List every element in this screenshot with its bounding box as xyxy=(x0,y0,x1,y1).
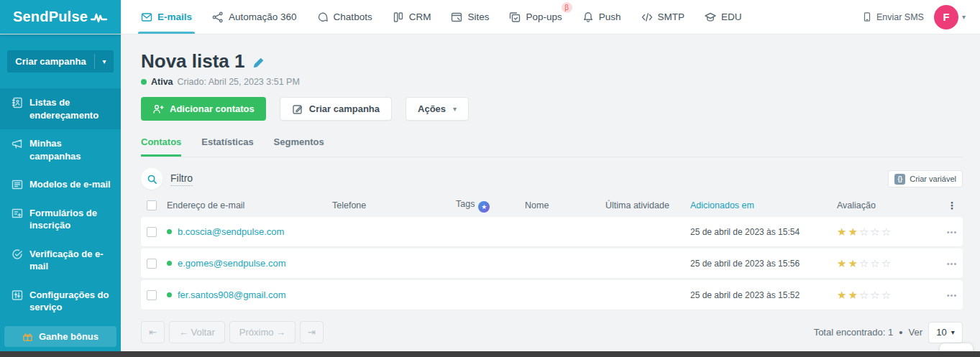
star-empty-icon[interactable]: ☆ xyxy=(870,226,881,238)
nav-emails[interactable]: E-mails xyxy=(141,0,192,34)
actions-dropdown-button[interactable]: Ações ▾ xyxy=(406,97,469,121)
nav-label: SMTP xyxy=(658,11,685,22)
contact-email-link[interactable]: e.gomes@sendpulse.com xyxy=(178,258,286,269)
nav-label: E-mails xyxy=(157,11,192,22)
sidebar-item-label: Configurações do serviço xyxy=(29,289,114,314)
star-empty-icon[interactable]: ☆ xyxy=(881,226,892,238)
create-campaign-split-button[interactable]: Criar campanha ▾ xyxy=(7,50,114,73)
create-variable-button[interactable]: {} Criar variável xyxy=(888,170,963,187)
star-empty-icon[interactable]: ☆ xyxy=(881,257,892,269)
logo-text: SendPulse xyxy=(13,9,88,25)
star-filled-icon[interactable]: ★ xyxy=(848,289,858,301)
pagination: ⇤ ← Voltar Próximo → ⇥ Total encontrado:… xyxy=(141,321,963,343)
nav-automation-360[interactable]: Automação 360 xyxy=(212,0,297,34)
select-all-checkbox[interactable] xyxy=(147,200,157,210)
sliders-icon xyxy=(12,289,23,301)
row-checkbox[interactable] xyxy=(147,290,157,300)
table-row[interactable]: e.gomes@sendpulse.com 25 de abril de 202… xyxy=(141,249,963,278)
chat-icon xyxy=(317,11,329,23)
email-cell: b.coscia@sendpulse.com xyxy=(167,226,332,237)
star-empty-icon[interactable]: ☆ xyxy=(870,289,881,301)
columns-settings-icon[interactable]: ⋮ xyxy=(941,200,963,211)
next-page-button[interactable]: Próximo → xyxy=(229,321,296,343)
first-page-button[interactable]: ⇤ xyxy=(141,321,165,343)
create-campaign-label[interactable]: Criar campanha xyxy=(7,50,94,73)
row-checkbox[interactable] xyxy=(147,227,157,237)
page-size-select[interactable]: 10 ▾ xyxy=(928,322,963,343)
address-book-icon xyxy=(12,97,23,108)
column-added-sorted[interactable]: Adicionados em xyxy=(690,200,837,210)
nav-smtp[interactable]: SMTP xyxy=(641,0,685,34)
rating-stars[interactable]: ★★☆☆☆ xyxy=(837,226,941,238)
sendpulse-logo[interactable]: SendPulse xyxy=(0,0,121,34)
code-icon xyxy=(641,11,653,23)
star-empty-icon[interactable]: ☆ xyxy=(859,226,870,238)
tag-star-icon[interactable]: ★ xyxy=(478,201,490,213)
star-filled-icon[interactable]: ★ xyxy=(848,257,858,269)
sidebar-item-label: Verificação de e-mail xyxy=(29,248,114,273)
rating-stars[interactable]: ★★☆☆☆ xyxy=(837,289,941,302)
bell-icon xyxy=(582,11,594,23)
star-empty-icon[interactable]: ☆ xyxy=(870,257,881,269)
filter-row: Filtro {} Criar variável xyxy=(141,168,963,190)
nav-chatbots[interactable]: Chatbots xyxy=(317,0,372,34)
star-filled-icon[interactable]: ★ xyxy=(837,226,848,238)
account-menu[interactable]: F ▾ xyxy=(934,5,966,29)
sidebar-item-subscription-forms[interactable]: Formulários de inscrição xyxy=(0,199,121,240)
contact-email-link[interactable]: fer.santos908@gmail.com xyxy=(178,289,286,300)
star-empty-icon[interactable]: ☆ xyxy=(859,257,870,269)
star-filled-icon[interactable]: ★ xyxy=(837,257,848,269)
nav-crm[interactable]: CRM xyxy=(393,0,431,34)
tab-segments[interactable]: Segmentos xyxy=(274,136,324,157)
chevron-down-icon[interactable]: ▾ xyxy=(95,50,114,73)
gift-icon xyxy=(22,331,33,342)
nav-push[interactable]: Push xyxy=(582,0,621,34)
table-row[interactable]: fer.santos908@gmail.com 25 de abril de 2… xyxy=(141,280,963,310)
last-page-button[interactable]: ⇥ xyxy=(300,321,324,343)
create-campaign-button[interactable]: Criar campanha xyxy=(280,97,392,121)
rating-stars[interactable]: ★★☆☆☆ xyxy=(837,257,941,270)
row-checkbox[interactable] xyxy=(147,259,157,269)
nav-label: EDU xyxy=(721,11,742,22)
nav-popups[interactable]: Pop-ups β xyxy=(509,0,562,34)
table-row[interactable]: b.coscia@sendpulse.com 25 de abril de 20… xyxy=(141,217,963,246)
star-empty-icon[interactable]: ☆ xyxy=(859,289,870,301)
row-menu-icon[interactable]: ••• xyxy=(941,259,963,268)
sidebar-item-mailing-lists[interactable]: Listas de endereçamento xyxy=(0,88,121,129)
template-icon xyxy=(12,179,23,190)
nav-sites[interactable]: Sites xyxy=(451,0,489,34)
send-sms-button[interactable]: Enviar SMS xyxy=(862,11,924,22)
row-menu-icon[interactable]: ••• xyxy=(941,228,963,236)
topbar-right: Enviar SMS F ▾ xyxy=(862,0,980,34)
column-email: Endereço de e-mail xyxy=(167,200,332,210)
tab-statistics[interactable]: Estatísticas xyxy=(201,136,253,157)
active-dot-icon xyxy=(167,292,172,297)
star-empty-icon[interactable]: ☆ xyxy=(881,289,892,301)
avatar[interactable]: F xyxy=(934,5,958,29)
sidebar-item-email-verification[interactable]: Verificação de e-mail xyxy=(0,240,121,281)
contact-email-link[interactable]: b.coscia@sendpulse.com xyxy=(178,226,284,237)
row-menu-icon[interactable]: ••• xyxy=(941,291,963,300)
nav-label: Sites xyxy=(467,11,489,22)
column-last-activity: Última atividade xyxy=(605,200,690,210)
sidebar-item-my-campaigns[interactable]: Minhas campanhas xyxy=(0,129,121,170)
tab-contacts[interactable]: Contatos xyxy=(141,136,181,157)
chevron-down-icon: ▾ xyxy=(962,14,966,21)
column-name: Nome xyxy=(525,200,605,210)
search-button[interactable] xyxy=(141,168,162,190)
filter-link[interactable]: Filtro xyxy=(170,172,193,186)
star-filled-icon[interactable]: ★ xyxy=(837,289,848,301)
previous-page-button[interactable]: ← Voltar xyxy=(169,321,225,343)
sidebar-item-email-templates[interactable]: Modelos de e-mail xyxy=(0,170,121,199)
add-contacts-button[interactable]: Adicionar contatos xyxy=(141,97,266,121)
popup-icon xyxy=(509,11,521,23)
star-filled-icon[interactable]: ★ xyxy=(848,226,858,238)
sidebar-item-service-settings[interactable]: Configurações do serviço xyxy=(0,281,121,322)
email-cell: e.gomes@sendpulse.com xyxy=(167,258,332,269)
get-bonus-button[interactable]: Ganhe bônus xyxy=(4,326,116,347)
beta-badge: β xyxy=(562,2,572,13)
nav-edu[interactable]: EDU xyxy=(705,0,742,34)
nav-label: Pop-ups xyxy=(526,11,562,22)
edit-title-icon[interactable] xyxy=(252,57,265,69)
sidebar-item-label: Formulários de inscrição xyxy=(29,207,114,232)
